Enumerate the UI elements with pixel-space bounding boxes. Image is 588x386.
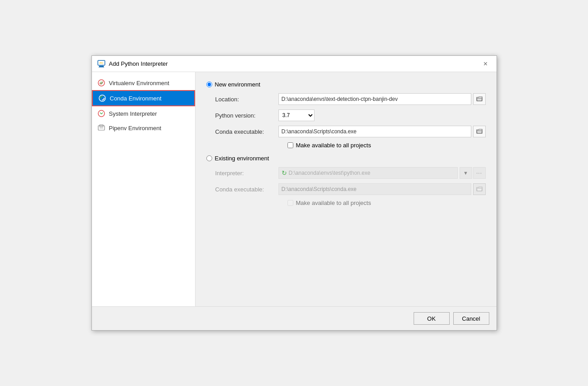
interpreter-input-group: ↻ D:\anaconda\envs\test\python.exe ▼ ···: [278, 167, 486, 179]
conda-executable-existing-label: Conda executable:: [215, 186, 278, 193]
conda-executable-existing-group: [278, 183, 486, 195]
conda-executable-row: Conda executable:: [215, 126, 486, 137]
sidebar-item-virtualenv-label: Virtualenv Environment: [109, 80, 169, 86]
svg-rect-1: [99, 66, 104, 67]
sidebar-item-system[interactable]: System Interpreter: [92, 106, 195, 121]
conda-executable-label: Conda executable:: [215, 128, 278, 135]
svg-text:PC: PC: [100, 62, 104, 64]
conda-icon: [98, 94, 106, 102]
interpreter-controls: ▼ ···: [460, 167, 486, 179]
title-bar-left: PC Add Python Interpreter: [97, 60, 168, 68]
existing-environment-section: Existing environment Interpreter: ↻ D:\a…: [206, 155, 486, 206]
folder-icon-3: [476, 186, 483, 192]
location-input-group: [278, 93, 486, 105]
conda-executable-input[interactable]: [278, 126, 471, 137]
location-browse-button[interactable]: [473, 93, 486, 105]
virtualenv-icon: [97, 79, 105, 87]
make-available-checkbox-new[interactable]: [287, 142, 293, 148]
dialog-footer: OK Cancel: [92, 306, 497, 330]
make-available-label-existing: Make available to all projects: [296, 200, 371, 206]
app-icon: PC: [97, 60, 105, 68]
spinner-icon: ↻: [282, 169, 287, 177]
cancel-button[interactable]: Cancel: [453, 312, 489, 325]
sidebar-item-pipenv[interactable]: Pipenv Environment: [92, 121, 195, 135]
interpreter-row: Interpreter: ↻ D:\anaconda\envs\test\pyt…: [215, 167, 486, 179]
python-version-select[interactable]: 3.7 3.8 3.9 3.6: [278, 109, 315, 121]
sidebar-item-pipenv-label: Pipenv Environment: [109, 125, 161, 132]
sidebar-item-virtualenv[interactable]: Virtualenv Environment: [92, 76, 195, 90]
interpreter-dropdown-button[interactable]: ▼: [460, 167, 472, 179]
conda-executable-existing-input: [278, 183, 471, 195]
new-environment-radio-label: New environment: [215, 81, 260, 88]
existing-environment-radio-label: Existing environment: [215, 155, 269, 162]
close-button[interactable]: ×: [480, 59, 491, 69]
interpreter-display: ↻ D:\anaconda\envs\test\python.exe: [278, 167, 458, 179]
location-input[interactable]: [278, 93, 471, 105]
dialog-title: Add Python Interpreter: [109, 60, 168, 67]
folder-icon-2: [476, 129, 483, 134]
system-icon: [97, 109, 105, 118]
dialog-body: Virtualenv Environment Conda Environment…: [92, 72, 497, 306]
make-available-row-existing: Make available to all projects: [287, 200, 486, 206]
sidebar-item-system-label: System Interpreter: [109, 110, 157, 117]
sidebar: Virtualenv Environment Conda Environment…: [92, 72, 196, 306]
sidebar-item-conda[interactable]: Conda Environment: [92, 90, 195, 106]
conda-executable-existing-row: Conda executable:: [215, 183, 486, 195]
svg-point-6: [100, 82, 103, 84]
python-version-label: Python version:: [215, 112, 278, 119]
conda-executable-input-group: [278, 126, 486, 137]
folder-icon: [476, 96, 483, 102]
new-environment-radio-row[interactable]: New environment: [206, 81, 486, 88]
interpreter-value: D:\anaconda\envs\test\python.exe: [289, 170, 370, 176]
make-available-row-new: Make available to all projects: [287, 142, 486, 149]
make-available-label-new: Make available to all projects: [296, 142, 371, 149]
pipenv-icon: [97, 124, 105, 132]
make-available-checkbox-existing: [287, 200, 293, 206]
location-row: Location:: [215, 93, 486, 105]
content-area: New environment Location:: [196, 72, 497, 306]
sidebar-item-conda-label: Conda Environment: [110, 95, 162, 102]
existing-environment-radio[interactable]: [206, 155, 212, 161]
new-environment-radio[interactable]: [206, 82, 212, 87]
conda-executable-existing-browse: [473, 183, 486, 195]
interpreter-label: Interpreter:: [215, 170, 278, 177]
conda-executable-browse-button[interactable]: [473, 126, 486, 137]
add-python-interpreter-dialog: PC Add Python Interpreter × Virtualenv E…: [91, 55, 497, 331]
python-version-row: Python version: 3.7 3.8 3.9 3.6: [215, 109, 486, 121]
interpreter-more-button[interactable]: ···: [473, 167, 486, 179]
svg-rect-2: [99, 67, 104, 68]
existing-environment-radio-row[interactable]: Existing environment: [206, 155, 486, 162]
ok-button[interactable]: OK: [414, 312, 450, 325]
python-version-input-group: 3.7 3.8 3.9 3.6: [278, 109, 486, 121]
new-environment-section: New environment Location:: [206, 81, 486, 149]
location-label: Location:: [215, 96, 278, 103]
title-bar: PC Add Python Interpreter ×: [92, 56, 497, 72]
